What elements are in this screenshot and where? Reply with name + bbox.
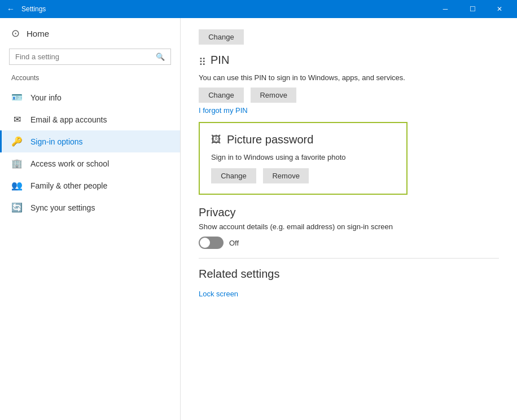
related-settings-title: Related settings <box>199 268 499 281</box>
minimize-button[interactable]: ─ <box>432 0 458 18</box>
sidebar-section-label: Accounts <box>0 72 180 86</box>
maximize-button[interactable]: ☐ <box>459 0 485 18</box>
close-button[interactable]: ✕ <box>487 0 512 18</box>
sidebar-item-email[interactable]: ✉ Email & app accounts <box>0 108 180 130</box>
content-area: Change ⠿ PIN You can use this PIN to sig… <box>181 18 517 420</box>
your-info-icon: 🪪 <box>11 92 23 103</box>
picture-password-icon: 🖼 <box>211 134 221 146</box>
search-icon: 🔍 <box>156 53 165 61</box>
family-icon: 👥 <box>11 180 23 191</box>
pin-desc: You can use this PIN to sign in to Windo… <box>199 73 499 82</box>
pin-header: ⠿ PIN <box>199 54 499 70</box>
privacy-toggle[interactable] <box>199 237 224 249</box>
toggle-knob <box>200 238 210 248</box>
titlebar: ← Settings ─ ☐ ✕ <box>0 0 517 18</box>
divider <box>199 258 499 259</box>
sidebar-item-signin[interactable]: 🔑 Sign-in options <box>0 130 180 152</box>
pin-icon: ⠿ <box>199 56 206 68</box>
sidebar-item-family[interactable]: 👥 Family & other people <box>0 174 180 196</box>
pp-header: 🖼 Picture password <box>211 133 395 146</box>
pp-buttons: Change Remove <box>211 168 395 183</box>
pp-desc: Sign in to Windows using a favorite phot… <box>211 153 395 161</box>
pin-change-button[interactable]: Change <box>199 88 244 103</box>
sidebar: ⊙ Home 🔍 Accounts 🪪 Your info ✉ Email & … <box>0 18 181 420</box>
home-label: Home <box>27 29 49 38</box>
search-box: 🔍 <box>9 49 171 65</box>
pin-title: PIN <box>211 54 229 67</box>
sidebar-home[interactable]: ⊙ Home <box>0 18 180 49</box>
search-input[interactable] <box>15 53 151 61</box>
pin-buttons: Change Remove <box>199 88 499 103</box>
pp-title: Picture password <box>227 133 313 146</box>
home-icon: ⊙ <box>11 27 20 40</box>
privacy-toggle-row: Off <box>199 237 499 249</box>
signin-label: Sign-in options <box>30 137 83 146</box>
email-icon: ✉ <box>11 114 23 125</box>
sync-icon: 🔄 <box>11 202 23 213</box>
top-change-button[interactable]: Change <box>199 29 244 45</box>
titlebar-left: ← Settings <box>5 2 46 16</box>
sidebar-item-access-work[interactable]: 🏢 Access work or school <box>0 152 180 174</box>
pin-remove-button[interactable]: Remove <box>251 88 296 103</box>
work-label: Access work or school <box>30 159 109 168</box>
privacy-desc: Show account details (e.g. email address… <box>199 222 499 231</box>
privacy-title: Privacy <box>199 206 499 219</box>
sync-label: Sync your settings <box>30 203 95 212</box>
sidebar-item-your-info[interactable]: 🪪 Your info <box>0 86 180 108</box>
lock-screen-link[interactable]: Lock screen <box>199 290 238 298</box>
app-body: ⊙ Home 🔍 Accounts 🪪 Your info ✉ Email & … <box>0 18 517 420</box>
signin-icon: 🔑 <box>11 136 23 147</box>
pp-remove-button[interactable]: Remove <box>263 168 308 183</box>
titlebar-title: Settings <box>21 5 46 13</box>
work-icon: 🏢 <box>11 158 23 169</box>
back-button[interactable]: ← <box>5 2 17 16</box>
pp-change-button[interactable]: Change <box>211 168 256 183</box>
titlebar-controls: ─ ☐ ✕ <box>432 0 512 18</box>
toggle-label: Off <box>229 239 239 247</box>
your-info-label: Your info <box>30 93 62 102</box>
sidebar-item-sync[interactable]: 🔄 Sync your settings <box>0 196 180 218</box>
top-change-container: Change <box>199 29 499 45</box>
forgot-pin-link[interactable]: I forgot my PIN <box>199 106 248 115</box>
email-label: Email & app accounts <box>30 115 107 124</box>
family-label: Family & other people <box>30 181 107 190</box>
picture-password-box: 🖼 Picture password Sign in to Windows us… <box>199 122 408 195</box>
